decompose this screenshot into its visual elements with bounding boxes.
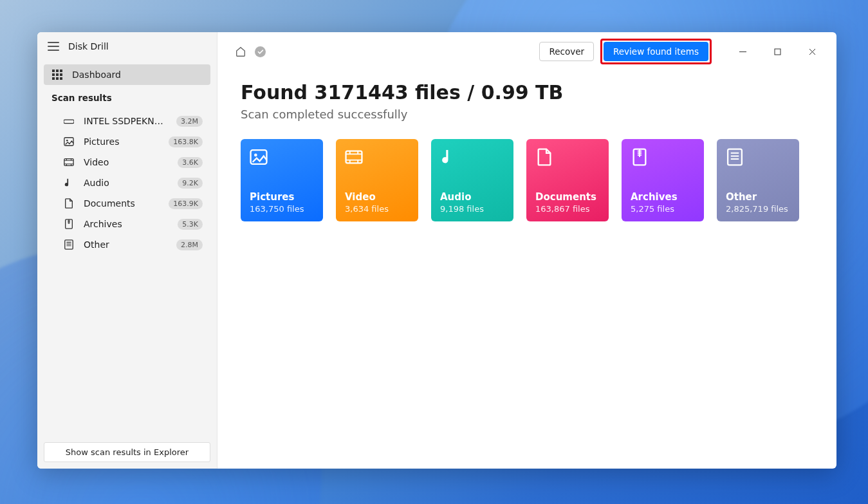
app-title: Disk Drill [68, 41, 109, 51]
sidebar-item-count: 5.3K [178, 219, 203, 230]
tile-subtitle: 163,750 files [250, 204, 314, 214]
tile-subtitle: 163,867 files [535, 204, 600, 214]
svg-rect-14 [775, 49, 780, 55]
tile-video[interactable]: Video3,634 files [336, 139, 418, 221]
hamburger-icon[interactable] [48, 42, 59, 51]
sidebar-item-pictures[interactable]: Pictures163.8K [44, 131, 210, 152]
sidebar-item-count: 163.8K [169, 136, 203, 147]
sidebar-header: Disk Drill [37, 32, 217, 61]
tile-subtitle: 2,825,719 files [726, 204, 790, 214]
sidebar-item-count: 2.8M [176, 239, 203, 250]
tile-audio[interactable]: Audio9,198 files [431, 139, 513, 221]
sidebar-item-other[interactable]: Other2.8M [44, 234, 210, 255]
tile-title: Video [345, 191, 409, 203]
sidebar-section-header: Scan results [37, 85, 217, 107]
grid-icon [51, 69, 63, 80]
maximize-button[interactable] [763, 42, 791, 61]
video-icon [345, 148, 363, 166]
minimize-button[interactable] [728, 42, 757, 61]
sidebar-item-label: Archives [84, 219, 169, 229]
show-in-explorer-button[interactable]: Show scan results in Explorer [44, 442, 210, 462]
tile-documents[interactable]: Documents163,867 files [526, 139, 609, 221]
audio-icon [63, 177, 75, 189]
page-subtitle: Scan completed successfully [241, 107, 813, 121]
drive-icon [63, 115, 75, 127]
sidebar-item-label: Pictures [84, 136, 160, 147]
sidebar-item-count: 3.6K [178, 157, 203, 168]
documents-icon [535, 148, 553, 166]
check-badge-icon[interactable] [255, 46, 266, 57]
sidebar-item-label: INTEL SSDPEKNW512G8 [84, 116, 167, 126]
category-tiles: Pictures163,750 filesVideo3,634 filesAud… [241, 139, 813, 221]
tile-title: Other [726, 191, 790, 203]
sidebar-item-label: Dashboard [72, 70, 203, 80]
toolbar: Recover Review found items [217, 32, 836, 71]
tile-subtitle: 9,198 files [440, 204, 504, 214]
annotation-highlight: Review found items [600, 39, 712, 64]
archives-icon [631, 148, 649, 166]
tile-title: Documents [535, 191, 600, 203]
tile-other[interactable]: Other2,825,719 files [717, 139, 799, 221]
page-title: Found 3171443 files / 0.99 TB [241, 81, 813, 104]
documents-icon [63, 198, 75, 209]
sidebar-item-video[interactable]: Video3.6K [44, 152, 210, 173]
content: Found 3171443 files / 0.99 TB Scan compl… [217, 71, 836, 232]
sidebar-item-label: Other [84, 239, 167, 250]
tile-subtitle: 5,275 files [631, 204, 695, 214]
sidebar-item-intel-ssdpeknw512g8[interactable]: INTEL SSDPEKNW512G83.2M [44, 111, 210, 131]
main-area: Recover Review found items Found 3171443… [217, 32, 836, 469]
tile-subtitle: 3,634 files [345, 204, 409, 214]
sidebar-item-count: 163.9K [169, 198, 203, 209]
audio-icon [440, 148, 458, 166]
archives-icon [63, 218, 75, 230]
sidebar-item-audio[interactable]: Audio9.2K [44, 173, 210, 193]
sidebar-item-count: 3.2M [176, 116, 203, 127]
close-button[interactable] [798, 42, 826, 61]
pictures-icon [250, 148, 268, 166]
home-icon[interactable] [233, 44, 248, 59]
sidebar-item-archives[interactable]: Archives5.3K [44, 214, 210, 234]
tile-pictures[interactable]: Pictures163,750 files [241, 139, 323, 221]
app-window: Disk Drill Dashboard Scan results INTEL … [37, 32, 836, 469]
sidebar-item-label: Audio [84, 178, 169, 188]
sidebar-item-label: Documents [84, 198, 160, 209]
other-icon [726, 148, 744, 166]
other-icon [63, 239, 75, 250]
video-icon [63, 156, 75, 168]
sidebar-item-count: 9.2K [178, 178, 203, 189]
sidebar: Disk Drill Dashboard Scan results INTEL … [37, 32, 217, 469]
tile-title: Pictures [250, 191, 314, 203]
tile-title: Audio [440, 191, 504, 203]
sidebar-item-label: Video [84, 157, 169, 167]
recover-button[interactable]: Recover [539, 42, 594, 61]
pictures-icon [63, 136, 75, 147]
tile-title: Archives [631, 191, 695, 203]
sidebar-item-documents[interactable]: Documents163.9K [44, 193, 210, 214]
review-found-items-button[interactable]: Review found items [604, 42, 708, 61]
sidebar-item-dashboard[interactable]: Dashboard [44, 64, 210, 85]
tile-archives[interactable]: Archives5,275 files [622, 139, 704, 221]
